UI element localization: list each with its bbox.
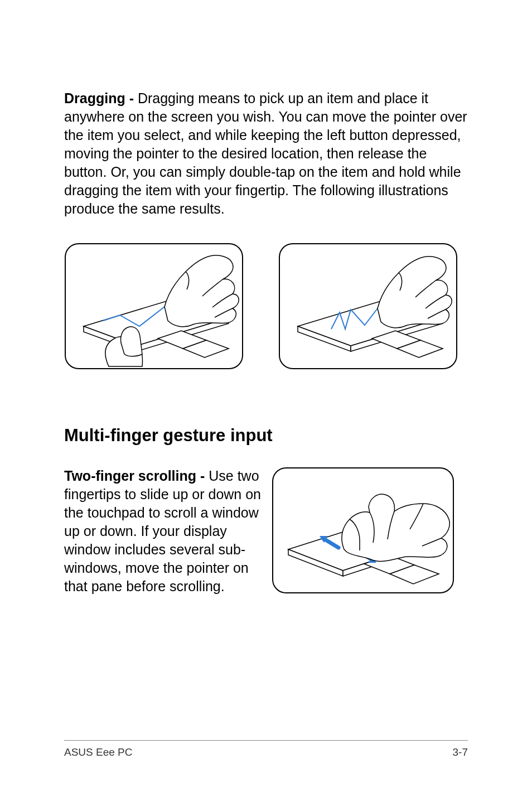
footer-left: ASUS Eee PC [64,746,133,758]
illustration-row [64,243,468,370]
dragging-paragraph: Dragging - Dragging means to pick up an … [64,89,468,218]
dragging-body: Dragging means to pick up an item and pl… [64,90,467,216]
two-finger-scroll-illustration [272,467,454,594]
touchpad-drag-two-hands-illustration [64,243,244,370]
two-finger-paragraph: Two-finger scrolling - Use two fingertip… [64,467,266,596]
footer-page-number: 3-7 [453,746,468,758]
dragging-label: Dragging - [64,90,138,106]
two-finger-row: Two-finger scrolling - Use two fingertip… [64,467,468,596]
page-footer: ASUS Eee PC 3-7 [64,740,468,758]
touchpad-drag-double-tap-illustration [278,243,458,370]
multi-finger-heading: Multi-finger gesture input [64,426,468,446]
page-content: Dragging - Dragging means to pick up an … [0,0,532,596]
two-finger-body: Use two fingertips to slide up or down o… [64,468,261,594]
two-finger-label: Two-finger scrolling - [64,468,209,484]
